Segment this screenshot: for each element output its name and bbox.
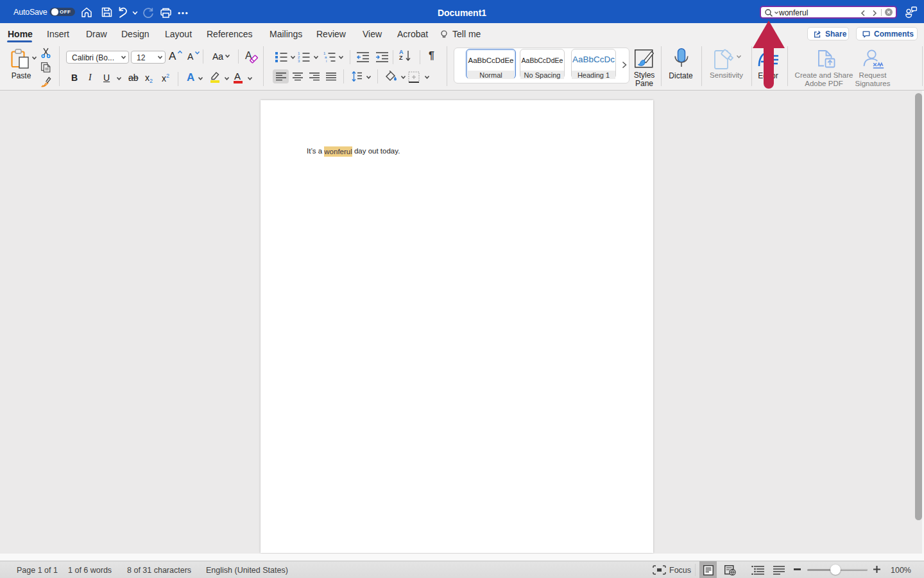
- svg-text:3: 3: [298, 59, 300, 63]
- svg-text:i: i: [326, 59, 327, 63]
